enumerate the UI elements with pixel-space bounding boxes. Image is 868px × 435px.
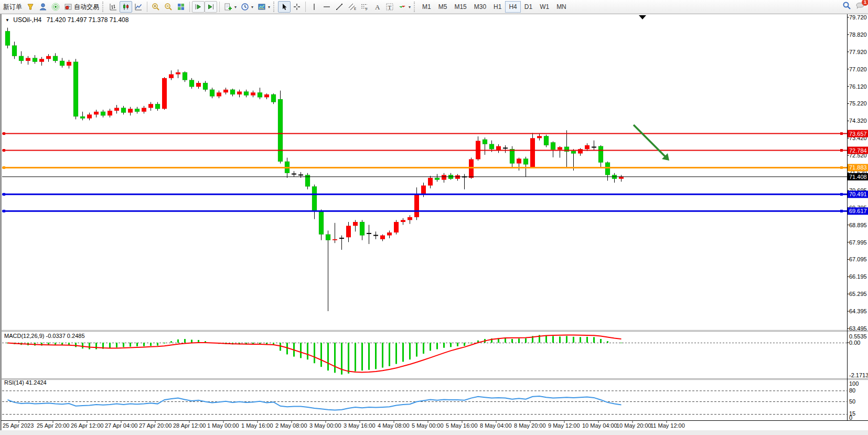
svg-text:-2.1713: -2.1713 [849, 372, 868, 378]
svg-text:79.720: 79.720 [849, 14, 867, 20]
text-icon: A [373, 3, 381, 11]
timeframe-m5[interactable]: M5 [435, 1, 451, 13]
ohlc-close: 71.408 [110, 16, 129, 24]
ohlc-low: 71.378 [89, 16, 108, 24]
svg-text:26 Apr 12:00: 26 Apr 12:00 [71, 422, 103, 429]
crosshair-button[interactable] [291, 1, 303, 13]
chart-title: ▼ USOil-,H4 71.420 71.497 71.378 71.408 [5, 16, 128, 24]
vertical-line-tool[interactable] [308, 1, 320, 13]
svg-text:77.920: 77.920 [849, 49, 867, 55]
zoom-in-button[interactable] [149, 1, 162, 13]
chart-canvas[interactable]: 79.72078.82077.92077.02076.12075.22074.3… [1, 14, 868, 435]
svg-text:3 May 16:00: 3 May 16:00 [344, 422, 376, 429]
tile-windows-button[interactable] [175, 1, 187, 13]
profile-button[interactable] [37, 1, 49, 13]
candlestick-chart-button[interactable] [120, 1, 132, 13]
ohlc-high: 71.497 [68, 16, 87, 24]
autotrade-label: 自动交易 [74, 3, 99, 12]
symbol-period-label: USOil-,H4 [13, 16, 41, 24]
price-line-label: 73.657 [848, 130, 868, 137]
cursor-button[interactable] [278, 1, 291, 13]
crosshair-icon [293, 3, 301, 11]
chevron-down-icon[interactable]: ▼ [5, 18, 9, 23]
svg-text:25 Apr 2023: 25 Apr 2023 [3, 422, 34, 429]
svg-text:E: E [354, 7, 356, 10]
svg-text:68.895: 68.895 [849, 222, 867, 228]
svg-text:5 May 16:00: 5 May 16:00 [446, 422, 478, 429]
text-label-icon: T [385, 3, 394, 11]
macd-name: MACD(12,26,9) [4, 333, 44, 339]
svg-text:9 May 12:00: 9 May 12:00 [548, 422, 580, 429]
notifications-button[interactable]: 1 [855, 2, 865, 10]
bar-chart-button[interactable] [107, 1, 120, 13]
rsi-value: 41.2424 [26, 379, 47, 386]
horizontal-line-tool[interactable] [320, 1, 333, 13]
timeframe-h4[interactable]: H4 [505, 1, 520, 13]
svg-text:F: F [366, 7, 368, 11]
chevron-down-icon: ▾ [409, 5, 411, 9]
line-chart-button[interactable] [132, 1, 145, 13]
main-toolbar: 新订单 自动交易 ▾ ▾ [0, 0, 868, 14]
bar-chart-icon [109, 3, 117, 11]
trendline-tool[interactable] [333, 1, 346, 13]
search-icon[interactable] [842, 1, 851, 10]
svg-text:80: 80 [849, 387, 855, 394]
toolbar-grip[interactable] [102, 2, 105, 12]
text-tool[interactable]: A [371, 1, 383, 13]
svg-text:69.617: 69.617 [849, 208, 867, 214]
trendline-icon [335, 3, 344, 11]
tile-windows-icon [177, 3, 185, 11]
timeframe-d1[interactable]: D1 [521, 1, 536, 13]
toolbar-grip[interactable] [414, 2, 416, 12]
svg-text:1 May 16:00: 1 May 16:00 [241, 422, 273, 429]
chart-shift-icon [207, 3, 215, 11]
svg-text:74.320: 74.320 [849, 118, 867, 124]
period-button[interactable]: ▾ [239, 1, 255, 13]
svg-text:0.5535: 0.5535 [849, 333, 867, 339]
history-funnel-icon [26, 3, 35, 11]
svg-text:63.495: 63.495 [849, 325, 867, 332]
history-center-button[interactable] [24, 1, 37, 13]
timeframe-m30[interactable]: M30 [470, 1, 490, 13]
chevron-down-icon: ▾ [268, 5, 270, 9]
autotrade-button[interactable]: 自动交易 [62, 1, 101, 13]
toolbar-grip[interactable] [273, 2, 276, 12]
svg-text:A: A [375, 3, 380, 11]
timeframe-h1[interactable]: H1 [490, 1, 505, 13]
svg-text:8 May 20:00: 8 May 20:00 [514, 422, 546, 429]
text-label-tool[interactable]: T [383, 1, 396, 13]
timeframe-w1[interactable]: W1 [536, 1, 553, 13]
svg-text:71.883: 71.883 [849, 164, 867, 171]
timeframe-m1[interactable]: M1 [419, 1, 435, 13]
zoom-out-icon [164, 3, 173, 11]
toolbar-separator [189, 2, 190, 12]
new-chart-button[interactable]: ▾ [222, 1, 239, 13]
timeframe-mn[interactable]: MN [553, 1, 570, 13]
candlestick-chart-icon [122, 3, 130, 11]
fibonacci-icon: F [360, 3, 369, 11]
toolbar-separator [219, 2, 220, 12]
new-order-button[interactable]: 新订单 [1, 1, 24, 13]
template-button[interactable]: ▾ [255, 1, 272, 13]
signals-button[interactable] [49, 1, 62, 13]
svg-text:66.195: 66.195 [849, 273, 867, 280]
svg-text:65.295: 65.295 [849, 291, 867, 297]
svg-text:1 May 00:00: 1 May 00:00 [207, 422, 239, 429]
svg-text:28 Apr 12:00: 28 Apr 12:00 [173, 422, 206, 429]
svg-text:73.657: 73.657 [849, 131, 867, 137]
timeframe-m15[interactable]: M15 [451, 1, 470, 13]
svg-text:25 Apr 20:00: 25 Apr 20:00 [37, 422, 69, 429]
zoom-out-button[interactable] [162, 1, 175, 13]
shapes-tool[interactable]: ▾ [396, 1, 413, 13]
svg-text:T: T [388, 4, 392, 10]
chart-shift-button[interactable] [205, 1, 217, 13]
svg-text:64.395: 64.395 [849, 308, 867, 314]
svg-text:76.120: 76.120 [849, 83, 867, 90]
channel-tool[interactable]: E [346, 1, 358, 13]
fibonacci-tool[interactable]: F [358, 1, 371, 13]
rsi-label: RSI(14) 41.2424 [4, 379, 47, 386]
svg-text:8 May 04:00: 8 May 04:00 [480, 422, 512, 429]
shapes-icon [398, 3, 406, 11]
auto-scroll-button[interactable] [192, 1, 205, 13]
svg-text:3 May 00:00: 3 May 00:00 [309, 422, 341, 429]
